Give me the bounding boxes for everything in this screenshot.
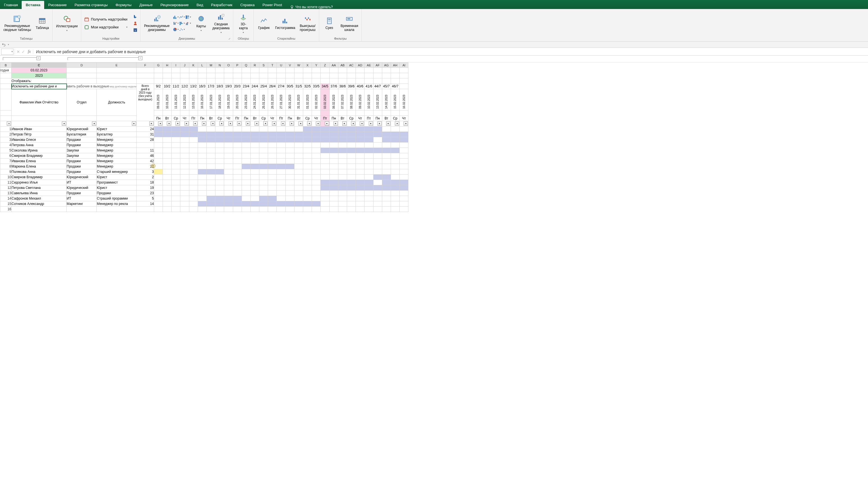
- filter-cell[interactable]: ▾: [198, 121, 207, 127]
- day-cell[interactable]: [294, 153, 303, 159]
- days-cell[interactable]: 22: [136, 164, 154, 169]
- filter-button[interactable]: ▾: [149, 122, 154, 126]
- day-cell[interactable]: [373, 201, 382, 206]
- cell[interactable]: [163, 68, 172, 73]
- formula-input[interactable]: Исключить не рабочие дни и добавить рабо…: [33, 50, 868, 54]
- day-cell[interactable]: [356, 127, 365, 132]
- cell[interactable]: [154, 68, 162, 73]
- day-cell[interactable]: [356, 153, 365, 159]
- fio-cell[interactable]: Сидоренко Илья: [11, 180, 67, 185]
- day-cell[interactable]: [224, 137, 233, 142]
- day-cell[interactable]: [189, 153, 198, 159]
- name-box[interactable]: ▾: [1, 48, 13, 55]
- day-cell[interactable]: [207, 142, 215, 148]
- day-cell[interactable]: [163, 174, 172, 180]
- pie-chart-button[interactable]: ▾: [173, 27, 179, 32]
- day-cell[interactable]: [189, 201, 198, 206]
- day-cell[interactable]: [198, 153, 207, 159]
- row-number[interactable]: 14: [0, 196, 11, 201]
- filter-cell[interactable]: ▾: [338, 121, 347, 127]
- filter-button[interactable]: ▾: [342, 122, 346, 126]
- cell[interactable]: [224, 68, 233, 73]
- cell[interactable]: [312, 68, 321, 73]
- day-cell[interactable]: [356, 159, 365, 164]
- day-cell[interactable]: [338, 169, 347, 174]
- day-cell[interactable]: [163, 169, 172, 174]
- day-cell[interactable]: [321, 164, 329, 169]
- day-cell[interactable]: [285, 196, 294, 201]
- row-number[interactable]: 11: [0, 180, 11, 185]
- day-cell[interactable]: [382, 148, 391, 153]
- day-cell[interactable]: [215, 142, 224, 148]
- day-cell[interactable]: [172, 137, 180, 142]
- day-cell[interactable]: [365, 191, 373, 196]
- cell[interactable]: [277, 68, 285, 73]
- day-cell[interactable]: [347, 185, 355, 191]
- date-cell[interactable]: 25.01.2023: [259, 89, 268, 110]
- day-cell[interactable]: [154, 196, 162, 201]
- day-cell[interactable]: [400, 169, 408, 174]
- day-cell[interactable]: [154, 127, 162, 132]
- filter-button[interactable]: ▾: [263, 122, 268, 126]
- dept-cell[interactable]: Продажи: [67, 142, 97, 148]
- dow-cell[interactable]: Ср: [347, 116, 355, 121]
- day-cell[interactable]: [268, 148, 277, 153]
- day-cell[interactable]: [242, 148, 250, 153]
- dow-cell[interactable]: Чт: [400, 116, 408, 121]
- day-cell[interactable]: [347, 127, 355, 132]
- weeknum-cell[interactable]: 17/3: [207, 84, 215, 89]
- dept-cell[interactable]: Продажи: [67, 164, 97, 169]
- day-cell[interactable]: [250, 169, 259, 174]
- filter-cell[interactable]: ▾: [373, 121, 382, 127]
- day-cell[interactable]: [198, 201, 207, 206]
- cell[interactable]: [198, 68, 207, 73]
- day-cell[interactable]: [400, 132, 408, 137]
- fio-cell[interactable]: Петрова Светлана: [11, 185, 67, 191]
- day-cell[interactable]: [250, 164, 259, 169]
- day-cell[interactable]: [382, 137, 391, 142]
- day-cell[interactable]: [268, 180, 277, 185]
- col-header[interactable]: B: [0, 63, 11, 68]
- day-cell[interactable]: [329, 164, 338, 169]
- stat-chart-button[interactable]: ▾: [173, 21, 179, 26]
- day-cell[interactable]: [277, 174, 285, 180]
- day-cell[interactable]: [215, 127, 224, 132]
- day-cell[interactable]: [373, 180, 382, 185]
- filter-button[interactable]: ▾: [281, 122, 285, 126]
- day-cell[interactable]: [391, 137, 399, 142]
- day-cell[interactable]: [163, 127, 172, 132]
- day-cell[interactable]: [294, 185, 303, 191]
- day-cell[interactable]: [347, 174, 355, 180]
- day-cell[interactable]: [347, 169, 355, 174]
- filter-cell[interactable]: ▾: [163, 121, 172, 127]
- cell[interactable]: [215, 68, 224, 73]
- visio-addin[interactable]: V: [132, 27, 138, 33]
- day-cell[interactable]: [224, 206, 233, 212]
- filter-cell[interactable]: ▾: [294, 121, 303, 127]
- day-cell[interactable]: [294, 164, 303, 169]
- filter-button[interactable]: ▾: [290, 122, 294, 126]
- day-cell[interactable]: [215, 164, 224, 169]
- day-cell[interactable]: [391, 132, 399, 137]
- filter-cell[interactable]: ▾: [391, 121, 399, 127]
- days-cell[interactable]: [136, 206, 154, 212]
- day-cell[interactable]: [277, 159, 285, 164]
- day-cell[interactable]: [338, 137, 347, 142]
- dept-cell[interactable]: ИТ: [67, 180, 97, 185]
- tab-layout[interactable]: Разметка страницы: [71, 1, 112, 9]
- day-cell[interactable]: [154, 180, 162, 185]
- day-cell[interactable]: [356, 137, 365, 142]
- day-cell[interactable]: [154, 159, 162, 164]
- col-header[interactable]: P: [233, 63, 242, 68]
- day-cell[interactable]: [180, 159, 189, 164]
- dow-cell[interactable]: Пн: [373, 116, 382, 121]
- day-cell[interactable]: [391, 127, 399, 132]
- date-cell[interactable]: 16.01.2023: [198, 89, 207, 110]
- date-cell[interactable]: 17.01.2023: [207, 89, 215, 110]
- 3d-map-button[interactable]: 3D- карта ▾: [236, 12, 251, 34]
- day-cell[interactable]: [180, 169, 189, 174]
- cell[interactable]: [0, 73, 11, 78]
- col-header[interactable]: S: [259, 63, 268, 68]
- role-cell[interactable]: Юрист: [97, 185, 137, 191]
- year-cell[interactable]: 2023: [11, 73, 67, 78]
